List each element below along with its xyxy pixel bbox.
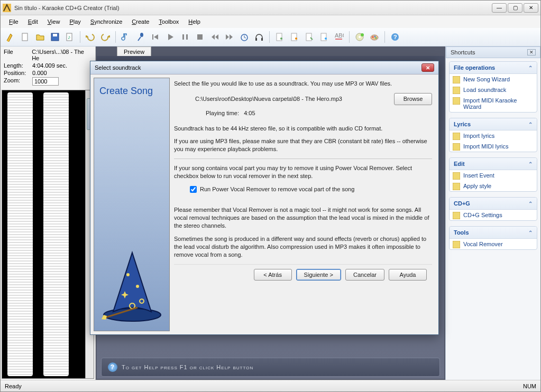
toolbar-new[interactable] bbox=[19, 30, 32, 44]
toolbar-doc-c[interactable] bbox=[302, 30, 316, 44]
svg-point-20 bbox=[295, 38, 297, 40]
svg-point-28 bbox=[361, 33, 364, 36]
menu-edit[interactable]: Edit bbox=[24, 16, 42, 27]
svg-rect-41 bbox=[453, 183, 460, 190]
shortcut-item[interactable]: Load soundtrack bbox=[450, 85, 537, 95]
svg-point-29 bbox=[371, 35, 378, 40]
shortcuts-title: Shortcuts bbox=[451, 49, 475, 55]
app-icon bbox=[3, 4, 11, 12]
shortcut-group-edit[interactable]: Edit⌃ bbox=[450, 158, 537, 170]
svg-point-45 bbox=[126, 273, 130, 276]
preview-tab[interactable]: Preview bbox=[117, 46, 151, 57]
toolbar-rewind-start[interactable] bbox=[149, 30, 162, 44]
shortcut-item[interactable]: Import lyrics bbox=[450, 130, 537, 141]
dialog-intro: Select the file you would like to use as… bbox=[174, 80, 432, 88]
toolbar-wizard[interactable] bbox=[4, 30, 17, 44]
shortcut-item[interactable]: CD+G Settings bbox=[450, 210, 537, 220]
toolbar-next[interactable] bbox=[223, 30, 236, 44]
back-button[interactable]: < Atrás bbox=[254, 269, 292, 281]
svg-point-23 bbox=[325, 38, 327, 40]
toolbar-doc-d[interactable] bbox=[317, 30, 331, 44]
svg-text:?: ? bbox=[393, 34, 397, 40]
svg-rect-3 bbox=[53, 34, 57, 36]
svg-rect-38 bbox=[453, 133, 460, 140]
svg-rect-8 bbox=[152, 34, 153, 40]
minimize-button[interactable]: ― bbox=[492, 3, 507, 13]
help-hint-bar: ? To get Help press F1 or click Help but… bbox=[101, 358, 440, 377]
svg-rect-43 bbox=[453, 241, 460, 248]
toolbar-timer[interactable] bbox=[237, 30, 251, 44]
zoom-input[interactable] bbox=[32, 77, 59, 86]
toolbar-music-file[interactable]: ♪ bbox=[63, 30, 77, 44]
shortcut-item[interactable]: Import MIDI lyrics bbox=[450, 141, 537, 152]
menu-toolbox[interactable]: Toolbox bbox=[154, 16, 183, 27]
svg-rect-36 bbox=[453, 87, 460, 94]
toolbar-open[interactable] bbox=[33, 30, 47, 44]
window-title: Sin título - Karaoke CD+G Creator (Trial… bbox=[14, 5, 492, 11]
length-label: Length: bbox=[4, 62, 28, 69]
shortcut-item[interactable]: Import MIDI Karaoke Wizard bbox=[450, 95, 537, 112]
svg-rect-11 bbox=[197, 34, 203, 40]
svg-line-7 bbox=[138, 37, 141, 41]
vocal-warn-2: Sometimes the song is produced in a diff… bbox=[174, 235, 432, 259]
shortcut-group-cd-g[interactable]: CD+G⌃ bbox=[450, 198, 537, 210]
browse-button[interactable]: Browse bbox=[394, 93, 432, 105]
shortcut-item[interactable]: New Song Wizard bbox=[450, 74, 537, 85]
toolbar-prev[interactable] bbox=[208, 30, 222, 44]
svg-rect-39 bbox=[453, 143, 460, 151]
toolbar-undo[interactable] bbox=[84, 30, 97, 44]
shortcut-group-tools[interactable]: Tools⌃ bbox=[450, 227, 537, 239]
toolbar-headphones[interactable] bbox=[252, 30, 266, 44]
statusbar: Ready NUM bbox=[1, 380, 540, 391]
next-button[interactable]: Siguiente > bbox=[296, 269, 341, 281]
menu-create[interactable]: Create bbox=[127, 16, 153, 27]
menu-file[interactable]: File bbox=[5, 16, 23, 27]
menu-help[interactable]: Help bbox=[184, 16, 205, 27]
file-label: File bbox=[4, 49, 27, 61]
toolbar-pause[interactable] bbox=[178, 30, 192, 44]
shortcut-item[interactable]: Insert Event bbox=[450, 170, 537, 181]
toolbar-help[interactable]: ? bbox=[388, 30, 402, 44]
svg-rect-37 bbox=[453, 97, 460, 105]
toolbar-doc-b[interactable] bbox=[288, 30, 301, 44]
cancel-button[interactable]: Cancelar bbox=[345, 269, 384, 281]
waveform-view[interactable] bbox=[2, 90, 94, 379]
toolbar-save[interactable] bbox=[48, 30, 62, 44]
shortcuts-close-icon[interactable]: ✕ bbox=[527, 49, 536, 55]
toolbar-doc-a[interactable] bbox=[273, 30, 287, 44]
toolbar-stop[interactable] bbox=[193, 30, 207, 44]
svg-rect-35 bbox=[453, 76, 460, 83]
svg-rect-1 bbox=[22, 33, 27, 41]
toolbar-palette[interactable] bbox=[368, 30, 381, 44]
toolbar-play[interactable] bbox=[163, 30, 177, 44]
shortcut-group-file-operations[interactable]: File operations⌃ bbox=[450, 62, 537, 74]
close-button[interactable]: ✕ bbox=[524, 3, 538, 13]
position-label: Position: bbox=[4, 70, 28, 76]
shortcut-item[interactable]: Apply style bbox=[450, 181, 537, 191]
toolbar-abc[interactable]: ABC bbox=[332, 30, 346, 44]
status-right: NUM bbox=[523, 383, 536, 389]
toolbar-mic[interactable] bbox=[134, 30, 148, 44]
svg-point-30 bbox=[372, 36, 374, 38]
wizard-hat-icon bbox=[100, 248, 164, 322]
svg-rect-21 bbox=[306, 33, 311, 41]
note-44khz: Soundtrack has to be 44 kHz stereo file,… bbox=[174, 125, 432, 133]
run-vocal-remover-checkbox[interactable] bbox=[190, 186, 197, 193]
shortcut-item[interactable]: Vocal Remover bbox=[450, 239, 537, 249]
maximize-button[interactable]: ▢ bbox=[508, 3, 522, 13]
playing-time-label: Playing time: bbox=[206, 110, 239, 116]
toolbar-redo[interactable] bbox=[98, 30, 112, 44]
menu-play[interactable]: Play bbox=[65, 16, 85, 27]
playing-time-value: 4:05 bbox=[244, 110, 255, 116]
toolbar-note[interactable] bbox=[119, 30, 133, 44]
toolbar-disc[interactable] bbox=[353, 30, 366, 44]
svg-text:♪: ♪ bbox=[68, 34, 71, 40]
menubar: File Edit View Play Synchronize Create T… bbox=[1, 15, 540, 28]
dialog-close-button[interactable]: ✕ bbox=[421, 63, 434, 72]
shortcuts-panel: Shortcuts ✕ File operations⌃New Song Wiz… bbox=[445, 46, 540, 380]
menu-synchronize[interactable]: Synchronize bbox=[86, 16, 127, 27]
menu-view[interactable]: View bbox=[43, 16, 65, 27]
vocal-warn-1: Please remember that Vocal Remover is no… bbox=[174, 206, 432, 230]
help-button[interactable]: Ayuda bbox=[389, 269, 427, 281]
shortcut-group-lyrics[interactable]: Lyrics⌃ bbox=[450, 118, 537, 130]
